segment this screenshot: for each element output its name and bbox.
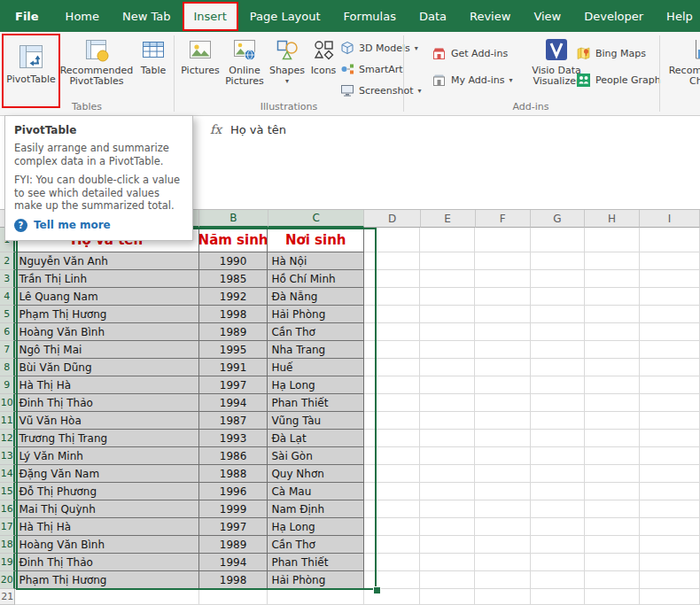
cell-year[interactable]: 1998 xyxy=(199,306,268,323)
empty-cell[interactable] xyxy=(531,252,585,270)
empty-cell[interactable] xyxy=(475,270,530,288)
cell-city[interactable]: Đà Nẵng xyxy=(268,288,364,306)
empty-cell[interactable] xyxy=(531,589,585,605)
empty-cell[interactable] xyxy=(640,412,700,430)
empty-cell[interactable] xyxy=(585,270,640,288)
empty-cell[interactable] xyxy=(640,571,700,589)
cell-city[interactable]: Nha Trang xyxy=(268,341,364,359)
cell-name[interactable]: Đỗ Thị Phương xyxy=(15,483,198,500)
cell-name[interactable]: Vũ Văn Hòa xyxy=(15,412,198,430)
cell-name[interactable]: Phạm Thị Hương xyxy=(15,306,198,323)
empty-cell[interactable] xyxy=(364,252,420,270)
empty-cell[interactable] xyxy=(531,447,585,465)
cell-name[interactable]: Lê Quang Nam xyxy=(15,288,198,306)
empty-cell[interactable] xyxy=(475,323,530,341)
empty-cell[interactable] xyxy=(199,589,268,605)
empty-cell[interactable] xyxy=(364,341,420,359)
column-header-h[interactable]: H xyxy=(585,210,640,228)
cell-year[interactable]: 1994 xyxy=(199,394,268,412)
row-number[interactable]: 5 xyxy=(0,306,15,323)
empty-cell[interactable] xyxy=(475,359,530,376)
smartart-button[interactable]: SmartArt xyxy=(340,60,403,78)
empty-cell[interactable] xyxy=(531,571,585,589)
empty-cell[interactable] xyxy=(364,430,420,447)
empty-cell[interactable] xyxy=(420,518,475,536)
cell-city[interactable]: Quy Nhơn xyxy=(268,465,364,483)
empty-cell[interactable] xyxy=(364,323,420,341)
empty-cell[interactable] xyxy=(640,394,700,412)
cell-name[interactable]: Hà Thị Hà xyxy=(15,376,198,394)
empty-cell[interactable] xyxy=(640,306,700,323)
row-number[interactable]: 18 xyxy=(0,536,15,554)
empty-cell[interactable] xyxy=(475,500,530,518)
cell-year[interactable]: 1993 xyxy=(199,430,268,447)
cell-city[interactable]: Hồ Chí Minh xyxy=(268,270,364,288)
row-number[interactable]: 8 xyxy=(0,359,15,376)
pivottable-button[interactable]: PivotTable xyxy=(4,35,58,106)
cell-city[interactable]: Đà Lạt xyxy=(268,430,364,447)
empty-cell[interactable] xyxy=(585,341,640,359)
empty-cell[interactable] xyxy=(475,571,530,589)
empty-cell[interactable] xyxy=(640,465,700,483)
row-number[interactable]: 10 xyxy=(0,394,15,412)
tab-home[interactable]: Home xyxy=(54,2,111,31)
empty-cell[interactable] xyxy=(364,228,420,252)
empty-cell[interactable] xyxy=(364,465,420,483)
row-number[interactable]: 11 xyxy=(0,412,15,430)
cell-year[interactable]: 1997 xyxy=(199,376,268,394)
empty-cell[interactable] xyxy=(475,465,530,483)
empty-cell[interactable] xyxy=(364,536,420,554)
cell-year[interactable]: 1989 xyxy=(199,323,268,341)
cell-name[interactable]: Hoàng Văn Bình xyxy=(15,536,198,554)
column-header-g[interactable]: G xyxy=(531,210,585,228)
my-addins-button[interactable]: My Add-ins ▾ xyxy=(432,71,513,89)
cell-name[interactable]: Đặng Văn Nam xyxy=(15,465,198,483)
empty-cell[interactable] xyxy=(475,228,530,252)
empty-cell[interactable] xyxy=(585,252,640,270)
empty-cell[interactable] xyxy=(420,447,475,465)
column-header-f[interactable]: F xyxy=(476,210,531,228)
cell-city[interactable]: Hải Phòng xyxy=(268,306,364,323)
shapes-button[interactable]: Shapes ▾ xyxy=(268,35,306,102)
empty-cell[interactable] xyxy=(640,536,700,554)
people-graph-button[interactable]: People Graph xyxy=(576,71,661,89)
tab-developer[interactable]: Developer xyxy=(572,2,655,31)
empty-cell[interactable] xyxy=(268,589,364,605)
empty-cell[interactable] xyxy=(531,465,585,483)
cell-city[interactable]: Cần Thơ xyxy=(268,536,364,554)
empty-cell[interactable] xyxy=(420,554,475,571)
recommended-charts-button[interactable]: Recommended Charts xyxy=(665,35,700,102)
empty-cell[interactable] xyxy=(531,412,585,430)
cell-year[interactable]: 1997 xyxy=(199,518,268,536)
empty-cell[interactable] xyxy=(420,500,475,518)
empty-cell[interactable] xyxy=(15,589,198,605)
empty-cell[interactable] xyxy=(640,270,700,288)
column-header-b[interactable]: B xyxy=(199,210,268,228)
empty-cell[interactable] xyxy=(640,359,700,376)
cell-year[interactable]: 1986 xyxy=(199,447,268,465)
cell-city[interactable]: Hải Phòng xyxy=(268,571,364,589)
empty-cell[interactable] xyxy=(475,252,530,270)
row-number[interactable]: 7 xyxy=(0,341,15,359)
cell-name[interactable]: Hoàng Văn Bình xyxy=(15,323,198,341)
cell-city-header[interactable]: Nơi sinh xyxy=(268,228,364,252)
empty-cell[interactable] xyxy=(420,288,475,306)
cell-city[interactable]: Cà Mau xyxy=(268,483,364,500)
empty-cell[interactable] xyxy=(420,323,475,341)
cell-year[interactable]: 1992 xyxy=(199,288,268,306)
empty-cell[interactable] xyxy=(420,306,475,323)
row-number[interactable]: 6 xyxy=(0,323,15,341)
cell-year[interactable]: 1994 xyxy=(199,554,268,571)
empty-cell[interactable] xyxy=(585,571,640,589)
empty-cell[interactable] xyxy=(531,228,585,252)
empty-cell[interactable] xyxy=(475,394,530,412)
cell-city[interactable]: Hạ Long xyxy=(268,376,364,394)
empty-cell[interactable] xyxy=(531,394,585,412)
empty-cell[interactable] xyxy=(585,536,640,554)
empty-cell[interactable] xyxy=(531,341,585,359)
tab-new-tab[interactable]: New Tab xyxy=(111,2,183,31)
empty-cell[interactable] xyxy=(420,394,475,412)
tab-review[interactable]: Review xyxy=(458,2,522,31)
empty-cell[interactable] xyxy=(585,483,640,500)
empty-cell[interactable] xyxy=(640,447,700,465)
